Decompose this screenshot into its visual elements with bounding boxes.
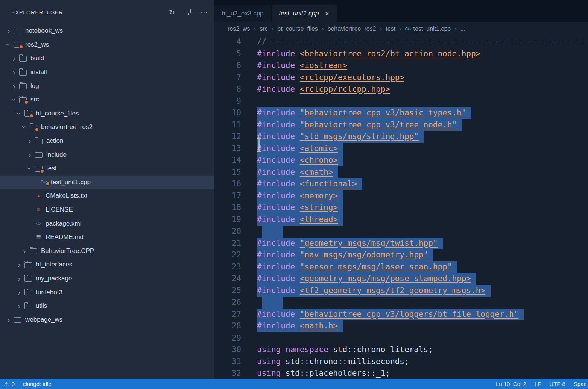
tree-item-include[interactable]: ›include (0, 148, 214, 162)
line-number: 24 (214, 273, 241, 285)
code-line-27[interactable]: 27#include "behaviortree_cpp_v3/loggers/… (214, 309, 588, 321)
code-line-25[interactable]: 25#include <tf2_geometry_msgs/tf2_geomet… (214, 285, 588, 297)
tab-test_unit1.cpp[interactable]: test_unit1.cpp× (272, 5, 337, 22)
tree-item-LICENSE[interactable]: ≡LICENSE (0, 203, 214, 217)
tree-item-install[interactable]: ›install (0, 65, 214, 79)
code-line-8[interactable]: 8#include <rclcpp/rclcpp.hpp> (214, 83, 588, 95)
code-line-30[interactable]: 30using namespace std::chrono_literals; (214, 344, 588, 356)
tree-item-test[interactable]: ›test (0, 162, 214, 176)
refresh-icon[interactable]: ↻ (169, 9, 175, 16)
code-line-20[interactable]: 20 (214, 226, 588, 238)
code-line-21[interactable]: 21#include "geometry_msgs/msg/twist.hpp" (214, 238, 588, 250)
chevron-right-icon: › (380, 25, 382, 33)
breadcrumb-item-bt_course_files[interactable]: bt_course_files (277, 26, 318, 32)
tree-item-notebook_ws[interactable]: ›notebook_ws (0, 24, 214, 38)
line-number: 11 (214, 119, 241, 131)
include-path-token: <rclcpp/rclcpp.hpp> (300, 85, 390, 94)
status-item-LF[interactable]: LF (535, 381, 541, 387)
line-number: 14 (214, 154, 241, 166)
code-line-13[interactable]: 13#include <atomic> (214, 143, 588, 155)
code-line-16[interactable]: 16#include <functional> (214, 178, 588, 190)
warning-icon: ⚠ (4, 381, 9, 387)
code-line-26[interactable]: 26 (214, 297, 588, 309)
tree-item-src[interactable]: ›src (0, 93, 214, 107)
breadcrumb: ros2_ws›src›bt_course_files›behaviortree… (214, 22, 588, 36)
tree-item-CMakeLists.txt[interactable]: ▲CMakeLists.txt (0, 189, 214, 203)
breadcrumb-item-test_unit1.cpp[interactable]: C++test_unit1.cpp (405, 26, 451, 32)
code-line-31[interactable]: 31using std::chrono::milliseconds; (214, 356, 588, 368)
text-token (281, 345, 286, 354)
code-line-24[interactable]: 24#include <geometry_msgs/msg/pose_stamp… (214, 273, 588, 285)
tree-item-my_package[interactable]: ›my_package (0, 272, 214, 286)
code-line-10[interactable]: 10#include "behaviortree_cpp_v3/basic_ty… (214, 107, 588, 119)
line-number: 10 (214, 107, 241, 119)
code-line-32[interactable]: 32using std::placeholders::_1; (214, 368, 588, 380)
code-line-12[interactable]: 12#include "std_msgs/msg/string.hpp" (214, 131, 588, 143)
code-line-18[interactable]: 18#include <string> (214, 202, 588, 214)
tree-item-bt_course_files[interactable]: ›bt_course_files (0, 107, 214, 121)
keyword-token: #include (257, 274, 295, 283)
keyword-token: #include (257, 132, 295, 141)
chevron-down-icon: › (5, 40, 12, 50)
tree-item-label: install (30, 68, 47, 76)
breadcrumb-item-behaviortree_ros2[interactable]: behaviortree_ros2 (328, 26, 376, 32)
code-line-5[interactable]: 5#include <behaviortree_ros2/bt_action_n… (214, 48, 588, 60)
status-item-clangd-idle[interactable]: clangd: idle (23, 381, 52, 387)
code-line-17[interactable]: 17#include <memory> (214, 190, 588, 202)
code-line-28[interactable]: 28#include <math.h> (214, 320, 588, 332)
keyword-token: #include (257, 49, 295, 58)
code-editor[interactable]: 4//-------------------------------------… (214, 36, 588, 380)
keyword-token: #include (257, 179, 295, 188)
code-line-14[interactable]: 14#include <chrono> (214, 154, 588, 166)
breadcrumb-item-...[interactable]: ... (460, 26, 465, 32)
tree-item-utils[interactable]: ›utils (0, 299, 214, 313)
breadcrumb-item-src[interactable]: src (260, 26, 267, 32)
code-line-11[interactable]: 11#include "behaviortree_cpp_v3/tree_nod… (214, 119, 588, 131)
status-item-Ln-10-Col-2[interactable]: Ln 10, Col 2 (496, 381, 526, 387)
tree-item-behaviortree_ros2[interactable]: ›behaviortree_ros2 (0, 120, 214, 134)
tree-item-log[interactable]: ›log (0, 79, 214, 93)
status-item-0[interactable]: ⚠0 (4, 381, 15, 387)
close-icon[interactable]: × (325, 9, 329, 18)
line-number: 22 (214, 249, 241, 261)
chevron-right-icon: › (399, 25, 401, 33)
keyword-token: #include (257, 156, 295, 165)
text-token (295, 132, 300, 141)
breadcrumb-item-ros2_ws[interactable]: ros2_ws (228, 26, 250, 32)
code-line-22[interactable]: 22#include "nav_msgs/msg/odometry.hpp" (214, 249, 588, 261)
tree-item-package.xml[interactable]: <>package.xml (0, 216, 214, 230)
tree-item-test_unit1.cpp[interactable]: C++test_unit1.cpp (0, 176, 214, 189)
tree-item-label: ros2_ws (25, 41, 49, 48)
line-content: #include "std_msgs/msg/string.hpp" (257, 131, 424, 143)
folder-icon (24, 111, 32, 117)
status-item-Spac[interactable]: Spac (574, 381, 586, 387)
tree-item-README.md[interactable]: ≣README.md (0, 230, 214, 244)
keyword-token: #include (257, 215, 295, 224)
breadcrumb-item-test[interactable]: test (386, 26, 395, 32)
code-line-23[interactable]: 23#include "sensor_msgs/msg/laser_scan.h… (214, 261, 588, 273)
status-item-UTF-8[interactable]: UTF-8 (549, 381, 565, 387)
code-line-15[interactable]: 15#include <cmath> (214, 166, 588, 179)
keyword-token: using (257, 357, 281, 366)
line-content: #include <rclcpp/executors.hpp> (257, 72, 404, 84)
tree-item-turtlebot3[interactable]: ›turtlebot3 (0, 285, 214, 299)
tree-item-action[interactable]: ›action (0, 134, 214, 148)
tree-item-BehaviorTree.CPP[interactable]: ›BehaviorTree.CPP (0, 244, 214, 258)
code-line-7[interactable]: 7#include <rclcpp/executors.hpp> (214, 72, 588, 84)
tree-item-ros2_ws[interactable]: ›ros2_ws (0, 38, 214, 52)
code-line-19[interactable]: 19#include <thread> (214, 214, 588, 226)
code-line-6[interactable]: 6#include <iostream> (214, 60, 588, 72)
tree-item-build[interactable]: ›build (0, 51, 214, 65)
tree-item-webpage_ws[interactable]: ›webpage_ws (0, 313, 214, 327)
more-icon[interactable]: ··· (201, 9, 208, 16)
code-line-9[interactable]: 9 (214, 95, 588, 107)
include-path-token: <geometry_msgs/msg/pose_stamped.hpp> (300, 274, 471, 283)
line-number: 16 (214, 178, 241, 190)
text-token (295, 49, 300, 58)
code-line-29[interactable]: 29 (214, 332, 588, 344)
tab-bt_u2_ex3.cpp[interactable]: bt_u2_ex3.cpp (214, 5, 272, 22)
collapse-icon[interactable] (185, 9, 191, 15)
code-line-4[interactable]: 4//-------------------------------------… (214, 36, 588, 48)
breadcrumb-label: ros2_ws (228, 26, 250, 32)
tree-item-bt_interfaces[interactable]: ›bt_interfaces (0, 258, 214, 272)
